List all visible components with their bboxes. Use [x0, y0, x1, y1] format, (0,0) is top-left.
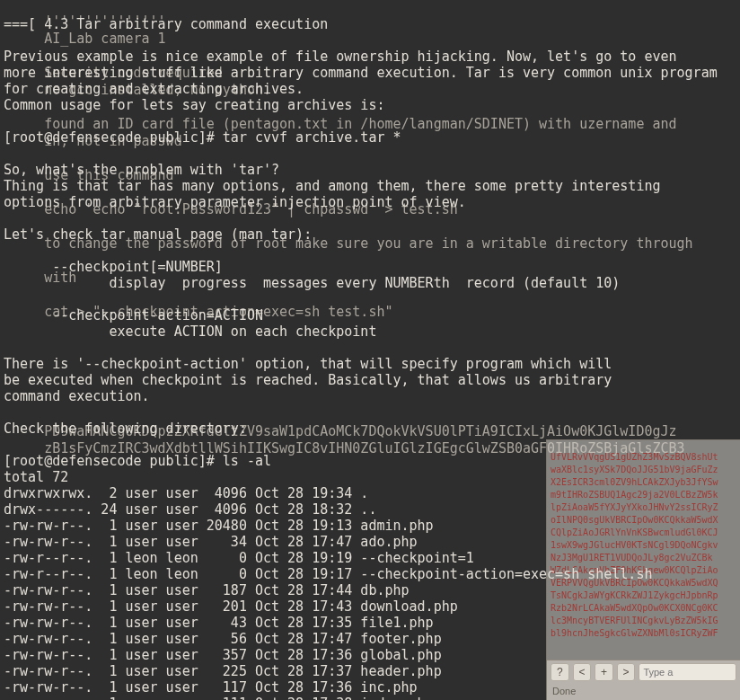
panel-search-input[interactable] — [639, 663, 736, 681]
side-panel: UfVLRvVVqgUS1gUZhZ3MvSzBQV8shUt waXBlc1s… — [546, 439, 740, 700]
base64-output: UfVLRvVVqgUS1gUZhZ3MvSzBQV8shUt waXBlc1s… — [547, 449, 740, 651]
help-button[interactable]: ? — [551, 663, 569, 681]
panel-toolbar: ? < + > — [547, 660, 740, 684]
add-button[interactable]: + — [595, 663, 613, 681]
panel-status: Done — [547, 684, 740, 700]
prev-button[interactable]: < — [573, 663, 592, 681]
next-button[interactable]: > — [617, 663, 636, 681]
